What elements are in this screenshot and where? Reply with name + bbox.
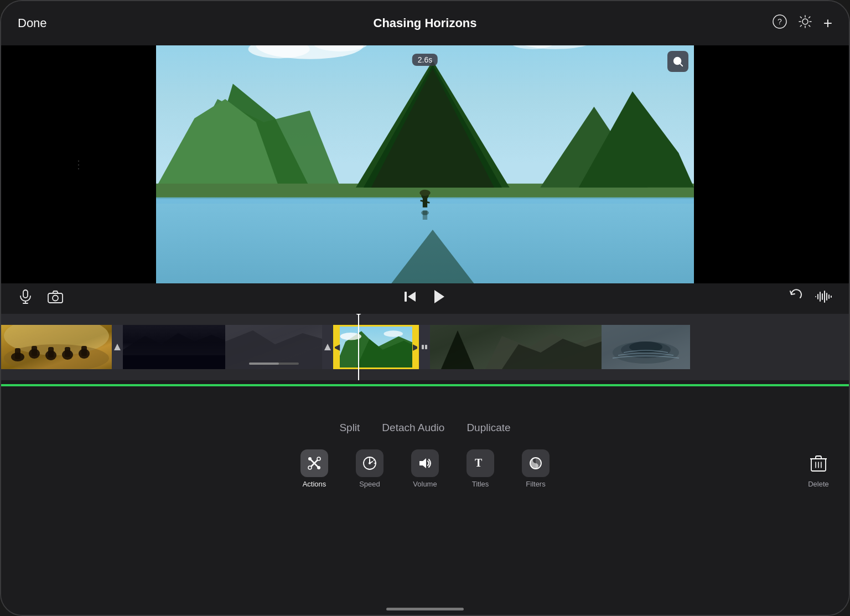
toolbar-titles[interactable]: T Titles <box>455 445 505 493</box>
done-button[interactable]: Done <box>18 16 47 30</box>
svg-rect-56 <box>65 347 70 357</box>
video-preview: 2.6s <box>156 45 694 283</box>
zoom-icon <box>672 55 684 68</box>
delete-label: Delete <box>808 480 829 488</box>
header-bar: Done Chasing Horizons ? + <box>1 1 849 45</box>
volume-icon <box>411 449 439 477</box>
svg-marker-64 <box>324 344 331 350</box>
audio-track-line <box>1 384 849 386</box>
svg-rect-31 <box>23 290 28 298</box>
filters-icon <box>522 449 550 477</box>
bottom-area: Split Detach Audio Duplicate <box>1 391 849 615</box>
left-panel-dots: ⋮ <box>73 158 84 171</box>
context-menu: Split Detach Audio Duplicate <box>339 422 510 434</box>
timestamp-badge: 2.6s <box>412 54 438 66</box>
audio-track <box>1 380 849 391</box>
svg-rect-71 <box>425 345 427 349</box>
svg-rect-58 <box>81 346 87 356</box>
volume-label: Volume <box>413 480 437 488</box>
speed-icon <box>356 449 383 477</box>
header-actions: ? + <box>773 14 832 32</box>
timeline-area[interactable]: ◀ ▶ <box>1 314 849 380</box>
project-title: Chasing Horizons <box>373 16 476 30</box>
svg-point-84 <box>308 466 312 469</box>
camera-button[interactable] <box>47 289 64 308</box>
clip-5[interactable] <box>602 325 690 369</box>
delete-icon <box>805 449 832 477</box>
svg-marker-36 <box>408 292 416 302</box>
svg-text:T: T <box>475 457 483 469</box>
svg-line-28 <box>680 64 683 66</box>
settings-button[interactable] <box>798 14 812 32</box>
transition-marker-3[interactable] <box>419 325 430 369</box>
add-button[interactable]: + <box>823 14 832 32</box>
skip-to-start-button[interactable] <box>402 289 418 308</box>
toolbar-filters[interactable]: Filters <box>511 445 561 493</box>
selected-clip[interactable]: ◀ ▶ <box>333 325 419 369</box>
svg-marker-38 <box>434 290 444 303</box>
svg-marker-59 <box>114 344 121 350</box>
speed-label: Speed <box>359 480 380 488</box>
toolbar: Actions <box>1 445 849 493</box>
detach-audio-button[interactable]: Detach Audio <box>382 422 444 434</box>
svg-rect-70 <box>422 345 424 349</box>
svg-text:?: ? <box>778 17 782 26</box>
audio-waveform-button[interactable] <box>815 289 832 308</box>
trim-handle-right[interactable]: ▶ <box>412 327 419 367</box>
svg-point-24 <box>419 190 430 196</box>
svg-rect-52 <box>32 346 37 356</box>
clip-3[interactable] <box>225 325 322 369</box>
playback-right <box>788 289 832 308</box>
actions-icon <box>300 449 328 477</box>
playback-left <box>18 289 64 308</box>
svg-point-83 <box>317 466 320 469</box>
svg-marker-91 <box>419 458 426 468</box>
split-button[interactable]: Split <box>339 422 360 434</box>
side-panel-left: ⋮ <box>1 45 156 283</box>
toolbar-actions[interactable]: Actions <box>289 445 339 493</box>
home-indicator <box>386 608 464 610</box>
playback-controls <box>1 283 849 314</box>
svg-rect-26 <box>423 210 427 220</box>
timeline-track: ◀ ▶ <box>1 314 849 380</box>
svg-rect-54 <box>48 347 54 358</box>
play-button[interactable] <box>429 287 448 310</box>
microphone-button[interactable] <box>18 289 33 308</box>
svg-rect-34 <box>48 293 63 303</box>
landscape-scene <box>156 45 694 283</box>
svg-point-82 <box>308 457 312 460</box>
side-panel-right <box>694 45 849 283</box>
svg-point-85 <box>317 457 320 460</box>
actions-label: Actions <box>303 480 326 488</box>
toolbar-items: Actions <box>289 445 561 493</box>
svg-rect-50 <box>15 348 20 359</box>
playback-center <box>402 287 448 310</box>
titles-icon: T <box>467 449 494 477</box>
zoom-button[interactable] <box>667 51 688 72</box>
device-frame: Done Chasing Horizons ? + ⋮ <box>0 0 850 616</box>
toolbar-volume[interactable]: Volume <box>400 445 450 493</box>
transition-marker-1[interactable] <box>112 325 123 369</box>
delete-button[interactable]: Delete <box>805 449 832 488</box>
clip-1[interactable] <box>1 325 112 369</box>
playhead <box>358 314 359 380</box>
undo-button[interactable] <box>788 289 804 308</box>
svg-point-35 <box>53 296 58 301</box>
svg-point-87 <box>369 462 371 464</box>
transition-marker-2[interactable] <box>322 325 333 369</box>
titles-label: Titles <box>472 480 489 488</box>
duplicate-button[interactable]: Duplicate <box>467 422 510 434</box>
svg-rect-37 <box>405 292 407 302</box>
clip-4[interactable] <box>430 325 602 369</box>
toolbar-speed[interactable]: Speed <box>345 445 395 493</box>
svg-point-69 <box>383 330 403 337</box>
filters-label: Filters <box>526 480 545 488</box>
trim-handle-left[interactable]: ◀ <box>333 327 340 367</box>
clip-2[interactable] <box>123 325 225 369</box>
help-button[interactable]: ? <box>773 14 787 32</box>
svg-rect-61 <box>123 355 225 369</box>
